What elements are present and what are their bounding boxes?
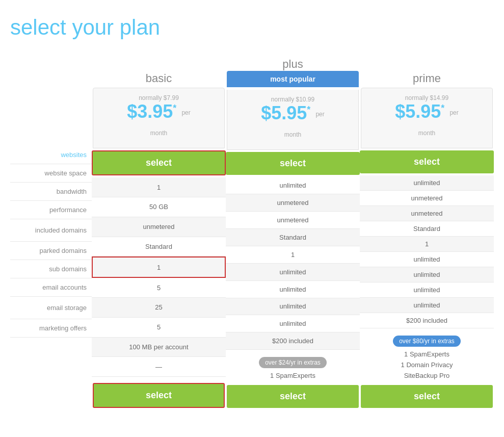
basic-sub-domains: 25: [92, 298, 226, 318]
basic-select-top-button[interactable]: select: [92, 150, 226, 175]
plus-included-domains: 1: [226, 246, 360, 264]
basic-plan-name: basic: [92, 69, 226, 85]
label-parked-domains: parked domains: [10, 242, 92, 260]
prime-normally: normally $14.99: [364, 94, 490, 101]
plus-normally: normally $10.99: [230, 96, 356, 103]
prime-website-space: unmetered: [360, 191, 494, 206]
prime-bandwidth: unmetered: [360, 206, 494, 221]
basic-email-storage: 100 MB per account: [92, 338, 226, 357]
plan-prime: prime normally $14.99 $5.95* permonth se…: [360, 55, 494, 412]
prime-extras-badge: over $80/yr in extras: [393, 336, 461, 347]
basic-price: $3.95* permonth: [96, 101, 222, 142]
label-email-storage: email storage: [10, 297, 92, 319]
basic-bandwidth: unmetered: [92, 217, 226, 237]
plus-website-space: unmetered: [226, 194, 360, 212]
prime-footer: over $80/yr in extras 1 SpamExperts 1 Do…: [360, 328, 494, 412]
plus-plan-name: plus: [226, 55, 360, 71]
basic-select-bottom-button[interactable]: select: [93, 383, 225, 408]
plus-marketing-offers: $200 included: [226, 332, 360, 350]
prime-extras-item-1: 1 SpamExperts: [404, 349, 449, 359]
label-websites: websites: [10, 146, 92, 164]
prime-parked-domains: unlimited: [360, 252, 494, 267]
plus-websites: unlimited: [226, 177, 360, 194]
label-marketing-offers: marketing offers: [10, 319, 92, 338]
most-popular-badge: most popular: [227, 71, 359, 87]
plus-email-storage: unlimited: [226, 315, 360, 332]
prime-extras-item-2: 1 Domain Privacy: [401, 359, 453, 370]
plus-email-accounts: unlimited: [226, 298, 360, 316]
prime-sub-domains: unlimited: [360, 267, 494, 282]
plus-extras-item-1: 1 SpamExperts: [270, 370, 315, 381]
prime-extras-item-3: SiteBackup Pro: [404, 370, 450, 381]
page-title: select your plan: [10, 15, 494, 40]
prime-plan-name: prime: [360, 69, 494, 85]
plus-bandwidth: unmetered: [226, 212, 360, 229]
basic-included-domains: 1: [92, 256, 226, 278]
prime-performance: Standard: [360, 221, 494, 237]
label-bandwidth: bandwidth: [10, 183, 92, 201]
basic-parked-domains: 5: [92, 278, 226, 298]
label-performance: performance: [10, 201, 92, 219]
basic-website-space: 50 GB: [92, 197, 226, 217]
plus-performance: Standard: [226, 229, 360, 246]
plan-plus: plus most popular normally $10.99 $5.95*…: [226, 55, 360, 412]
labels-column: websites website space bandwidth perform…: [10, 55, 92, 412]
prime-email-storage: unlimited: [360, 298, 494, 313]
prime-websites: unlimited: [360, 175, 494, 191]
basic-normally: normally $7.99: [96, 94, 222, 101]
prime-price: $5.95* permonth: [364, 101, 490, 142]
basic-websites: 1: [92, 177, 226, 197]
plan-basic: basic normally $7.99 $3.95* permonth sel…: [92, 55, 226, 412]
plus-price: $5.95* permonth: [230, 103, 356, 143]
plus-select-bottom-button[interactable]: select: [227, 385, 359, 408]
plus-parked-domains: unlimited: [226, 264, 360, 281]
prime-email-accounts: unlimited: [360, 282, 494, 298]
label-sub-domains: sub domains: [10, 260, 92, 278]
label-included-domains: included domains: [10, 219, 92, 242]
plus-sub-domains: unlimited: [226, 281, 360, 298]
label-email-accounts: email accounts: [10, 278, 92, 297]
basic-email-accounts: 5: [92, 318, 226, 338]
prime-select-bottom-button[interactable]: select: [361, 385, 493, 408]
basic-marketing-offers: —: [92, 357, 226, 377]
prime-marketing-offers: $200 included: [360, 313, 494, 328]
prime-select-top-button[interactable]: select: [360, 150, 494, 173]
plus-extras-badge: over $24/yr in extras: [259, 357, 327, 368]
basic-performance: Standard: [92, 237, 226, 257]
label-website-space: website space: [10, 164, 92, 183]
basic-footer: select: [92, 377, 226, 412]
prime-included-domains: 1: [360, 237, 494, 252]
plus-select-top-button[interactable]: select: [226, 152, 360, 175]
plus-footer: over $24/yr in extras 1 SpamExperts sele…: [226, 350, 360, 412]
